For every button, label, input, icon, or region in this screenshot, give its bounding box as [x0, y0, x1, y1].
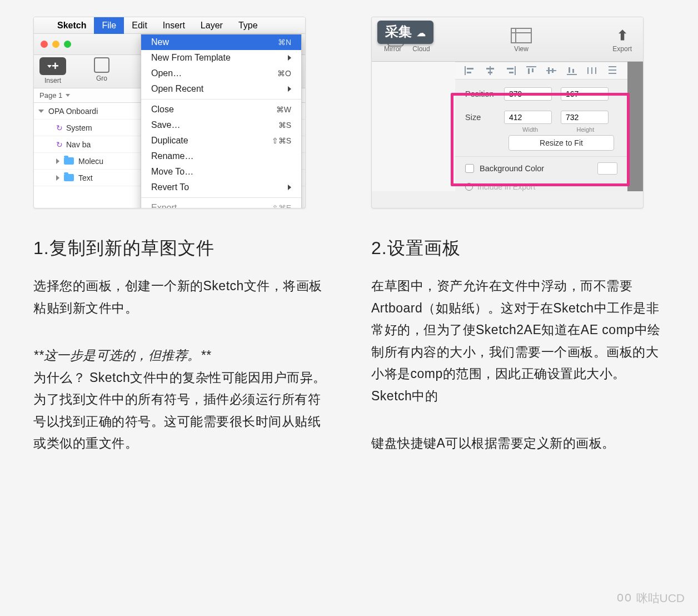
- align-bottom-icon[interactable]: [567, 66, 577, 75]
- watermark-icon: [616, 590, 632, 606]
- bg-color-swatch[interactable]: [597, 162, 617, 175]
- width-sublabel: Width: [507, 126, 554, 133]
- menu-separator: [141, 99, 301, 100]
- submenu-arrow-icon: [288, 55, 291, 61]
- disclosure-triangle-icon[interactable]: [38, 110, 44, 113]
- section1-title: 1.复制到新的草图文件: [33, 236, 327, 261]
- menu-revert-to[interactable]: Revert To: [141, 180, 301, 195]
- export-label: Export: [612, 45, 632, 53]
- menubar-type[interactable]: Type: [231, 17, 266, 34]
- file-dropdown-menu: New ⌘N New From Template Open… ⌘O Open R…: [141, 34, 302, 208]
- position-x-input[interactable]: [504, 87, 552, 101]
- position-label: Position: [465, 90, 504, 98]
- view-icon[interactable]: [511, 28, 532, 43]
- submenu-arrow-icon: [288, 86, 291, 92]
- cloud-icon: ☁: [417, 28, 426, 38]
- include-export-checkbox[interactable]: [465, 183, 473, 191]
- sketch-inspector-screenshot: 采集 ☁ ☁ Mirror Cloud View: [371, 17, 644, 208]
- position-y-input[interactable]: [561, 87, 609, 101]
- menu-open[interactable]: Open… ⌘O: [141, 66, 301, 81]
- menubar-layer[interactable]: Layer: [193, 17, 231, 34]
- menu-separator: [141, 197, 301, 198]
- size-label: Size: [465, 113, 504, 122]
- section2-paragraph: 键盘快捷键A可以根据需要定义新的画板。: [371, 433, 665, 455]
- macos-menubar: Sketch File Edit Insert Layer Type: [34, 17, 305, 34]
- menu-save[interactable]: Save… ⌘S: [141, 117, 301, 133]
- align-center-v-icon[interactable]: [546, 66, 556, 75]
- folder-icon: [64, 174, 74, 181]
- menubar-app[interactable]: Sketch: [49, 17, 94, 34]
- collect-button[interactable]: 采集 ☁: [377, 21, 433, 44]
- insert-button[interactable]: [39, 57, 66, 75]
- align-toolbar: [455, 62, 627, 80]
- section1-paragraph: **这一步是可选的，但推荐。** 为什么？ Sketch文件中的复杂性可能因用户…: [33, 345, 327, 455]
- zoom-window-icon[interactable]: [64, 41, 71, 48]
- minimize-window-icon[interactable]: [52, 41, 59, 48]
- distribute-v-icon[interactable]: [608, 66, 618, 75]
- menu-open-recent[interactable]: Open Recent: [141, 81, 301, 97]
- include-export-label: Include in Export: [477, 182, 535, 191]
- chevron-down-icon: [66, 94, 70, 97]
- align-right-icon[interactable]: [506, 66, 516, 75]
- menu-move-to[interactable]: Move To…: [141, 164, 301, 180]
- menu-rename[interactable]: Rename…: [141, 148, 301, 164]
- height-input[interactable]: [561, 111, 609, 124]
- watermark: 咪咕UCD: [616, 590, 685, 606]
- close-window-icon[interactable]: [41, 41, 48, 48]
- sketch-file-menu-screenshot: Sketch File Edit Insert Layer Type: [33, 17, 306, 208]
- symbol-icon: ↻: [56, 123, 63, 132]
- group-label: Gro: [96, 74, 107, 82]
- distribute-h-icon[interactable]: [587, 66, 597, 75]
- menu-duplicate[interactable]: Duplicate ⇧⌘S: [141, 133, 301, 148]
- menu-export[interactable]: Export ⇧⌘E: [141, 200, 301, 208]
- menu-new[interactable]: New ⌘N: [141, 34, 301, 50]
- cloud-label: Cloud: [412, 45, 430, 53]
- menubar-insert[interactable]: Insert: [155, 17, 193, 34]
- section2-title: 2.设置画板: [371, 236, 665, 261]
- menubar-file[interactable]: File: [94, 17, 124, 34]
- folder-icon: [64, 157, 74, 165]
- menu-new-from-template[interactable]: New From Template: [141, 50, 301, 66]
- group-icon[interactable]: [94, 57, 109, 73]
- width-input[interactable]: [504, 111, 552, 124]
- section2-paragraph: 在草图中，资产允许在文件中浮动，而不需要Artboard（如贴纸）。这对于在Sk…: [371, 275, 665, 407]
- align-top-icon[interactable]: [526, 66, 536, 75]
- resize-to-fit-button[interactable]: Resize to Fit: [508, 135, 614, 151]
- insert-label: Insert: [44, 77, 61, 85]
- view-label: View: [514, 45, 529, 53]
- symbol-icon: ↻: [56, 140, 63, 149]
- submenu-arrow-icon: [288, 185, 291, 190]
- bg-color-checkbox[interactable]: [465, 164, 474, 173]
- menu-close[interactable]: Close ⌘W: [141, 102, 301, 117]
- menubar-edit[interactable]: Edit: [124, 17, 155, 34]
- height-sublabel: Height: [562, 126, 609, 133]
- bg-color-label: Background Color: [480, 164, 544, 173]
- align-left-icon[interactable]: [465, 66, 475, 75]
- export-icon[interactable]: ⬆: [617, 28, 628, 43]
- section1-paragraph: 选择您的画板，创建一个新的Sketch文件，将画板粘贴到新文件中。: [33, 275, 327, 319]
- disclosure-triangle-icon[interactable]: [56, 175, 59, 181]
- disclosure-triangle-icon[interactable]: [56, 158, 59, 164]
- align-center-h-icon[interactable]: [485, 66, 495, 75]
